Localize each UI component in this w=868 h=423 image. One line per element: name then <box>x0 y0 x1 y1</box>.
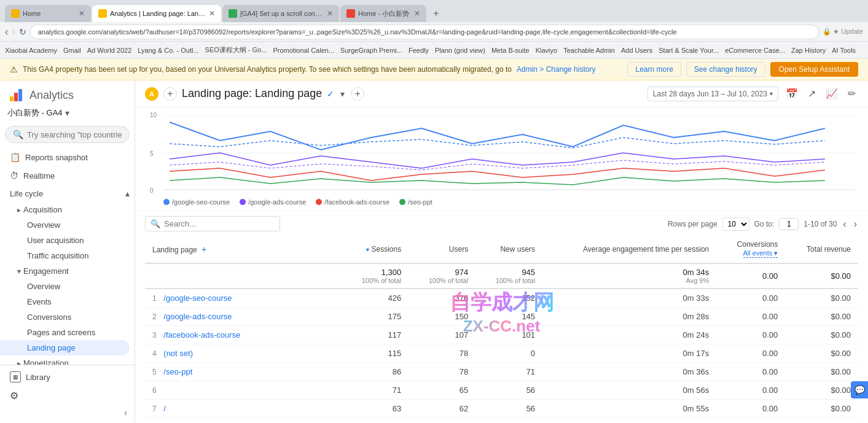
bookmark-seo[interactable]: SEO课程大纲 - Go... <box>205 45 267 55</box>
sidebar-item-user-acquisition[interactable]: User acquisition <box>0 233 135 248</box>
row-sessions: 48 <box>342 418 409 423</box>
col-conversions[interactable]: Conversions All events ▾ <box>716 235 785 263</box>
date-range-caret: ▾ <box>770 90 773 97</box>
page-link[interactable]: (not set) <box>163 349 193 358</box>
reports-snapshot-icon: 📋 <box>10 152 20 162</box>
bookmark-promo[interactable]: Promotional Calen... <box>273 47 334 54</box>
sidebar-item-realtime[interactable]: ⏱ Realtime <box>0 166 135 185</box>
bookmark-adworld[interactable]: Ad World 2022 <box>87 47 132 54</box>
tab-close-xiaobai[interactable]: ✕ <box>414 9 420 18</box>
col-users[interactable]: Users <box>409 235 475 263</box>
monetization-group-header[interactable]: ▸ Monetization <box>0 355 135 365</box>
acquisition-group-header[interactable]: ▸ Acquisition <box>0 202 135 217</box>
bookmark-lyang[interactable]: Lyang & Co. - Outl... <box>138 47 198 54</box>
calendar-button[interactable]: 📅 <box>783 85 800 102</box>
report-title: Landing page: Landing page <box>182 87 322 100</box>
tab-close[interactable]: ✕ <box>79 9 85 18</box>
sidebar-item-overview[interactable]: Overview <box>0 217 135 233</box>
refresh-button[interactable]: ↻ <box>19 27 26 37</box>
bookmark-addusers[interactable]: Add Users <box>621 47 652 54</box>
legend-label-gads: /google-ads-course <box>248 198 306 206</box>
new-tab-button[interactable]: + <box>428 5 445 22</box>
property-selector[interactable]: 小白新势 - GA4 ▾ <box>0 106 135 123</box>
legend-item-seo[interactable]: /google-seo-course <box>163 198 230 206</box>
tab-favicon <box>11 9 20 18</box>
next-page-button[interactable]: › <box>853 217 858 231</box>
table-search-input[interactable] <box>164 219 275 228</box>
nav-search[interactable]: 🔍 <box>5 126 130 143</box>
page-link[interactable]: /facebook-ads-course <box>163 330 240 340</box>
bookmark-surge[interactable]: SurgeGraph Premi... <box>340 47 402 54</box>
sidebar-item-landing-page[interactable]: Landing page <box>0 340 130 355</box>
bookmark-meta[interactable]: Meta B-suite <box>491 47 530 54</box>
sidebar-item-conversions[interactable]: Conversions <box>0 309 135 325</box>
page-link[interactable]: /seo-ppt <box>163 367 192 376</box>
col-new-users[interactable]: New users <box>475 235 542 263</box>
date-range-selector[interactable]: Last 28 days Jun 13 – Jul 10, 2023 ▾ <box>647 87 778 101</box>
col-avg-engagement[interactable]: Average engagement time per session <box>542 235 716 263</box>
compare-button[interactable]: 📈 <box>823 85 840 102</box>
bookmark-ai[interactable]: AI Tools <box>832 47 856 54</box>
tab-analytics[interactable]: Analytics | Landing page: Landi... ✕ <box>92 5 221 22</box>
bookmark-teachable[interactable]: Teachable Admin <box>563 47 615 54</box>
rows-per-page-select[interactable]: 10 25 50 <box>722 217 749 231</box>
bookmark-klaviyo[interactable]: Klaviyo <box>536 47 557 54</box>
legend-item-fb[interactable]: /facebook-ads-course <box>316 198 389 206</box>
pagination-text: 1-10 of 30 <box>803 220 837 228</box>
bookmark-zap[interactable]: Zap History <box>791 47 826 54</box>
add-col-button[interactable]: + <box>199 244 209 254</box>
right-sidebar-icon[interactable]: 💬 <box>851 381 868 398</box>
settings-item[interactable]: ⚙ <box>0 386 135 405</box>
open-setup-button[interactable]: Open Setup Assistant <box>770 62 858 77</box>
banner-link[interactable]: Admin > Change history <box>517 65 595 74</box>
forward-button[interactable]: › <box>12 26 15 37</box>
app-layout: Analytics 小白新势 - GA4 ▾ 🔍 📋 Reports snaps… <box>0 80 868 422</box>
bookmark-ecommerce[interactable]: eCommerce Case... <box>725 47 785 54</box>
learn-more-button[interactable]: Learn more <box>627 62 681 77</box>
lifecycle-group-header[interactable]: Life cycle ▴ <box>0 185 135 202</box>
col-sessions[interactable]: ▾ Sessions <box>342 235 409 263</box>
legend-item-gads[interactable]: /google-ads-course <box>240 198 306 206</box>
row-conversions: 0.00 <box>716 308 785 326</box>
sidebar-item-reports-snapshot[interactable]: 📋 Reports snapshot <box>0 148 135 166</box>
legend-item-ppt[interactable]: /seo-ppt <box>399 198 432 206</box>
realtime-label: Realtime <box>23 171 55 180</box>
search-input[interactable] <box>27 130 122 139</box>
sidebar-item-pages-screens[interactable]: Pages and screens <box>0 325 135 340</box>
tab-ga4[interactable]: [GA4] Set up a scroll convers... ✕ <box>222 5 339 22</box>
tab-close-analytics[interactable]: ✕ <box>209 9 215 18</box>
all-events-selector[interactable]: All events ▾ <box>743 249 778 258</box>
library-item[interactable]: ▦ Library <box>0 368 135 386</box>
sidebar-item-eng-overview[interactable]: Overview <box>0 279 135 294</box>
report-options-button[interactable]: ▾ <box>339 88 346 100</box>
prev-page-button[interactable]: ‹ <box>842 217 847 231</box>
row-users: 65 <box>409 381 475 400</box>
tab-home[interactable]: Home ✕ <box>5 5 91 22</box>
goto-input[interactable] <box>779 218 799 230</box>
back-button[interactable]: ‹ <box>5 26 8 37</box>
tab-xiaobai[interactable]: Home - 小白新势 ✕ <box>340 5 426 22</box>
bookmark-plann[interactable]: Plann (grid view) <box>435 47 485 54</box>
table-search-box[interactable]: 🔍 <box>145 216 280 231</box>
add-to-report-button[interactable]: + <box>351 87 364 101</box>
bookmark-xiaobai[interactable]: Xiaobai Academy <box>5 47 57 54</box>
bookmark-start-scale[interactable]: Start & Scale Your... <box>659 47 719 54</box>
sidebar-item-traffic-acquisition[interactable]: Traffic acquisition <box>0 248 135 263</box>
bookmark-gmail[interactable]: Gmail <box>63 47 81 54</box>
engagement-group-header[interactable]: ▾ Engagement <box>0 263 135 279</box>
tab-close-ga4[interactable]: ✕ <box>327 9 333 18</box>
share-button[interactable]: ↗ <box>805 85 818 102</box>
row-page: 1 /google-seo-course <box>145 289 342 308</box>
sidebar-item-events[interactable]: Events <box>0 294 135 309</box>
col-landing-page[interactable]: Landing page + <box>145 235 342 263</box>
bookmark-feedly[interactable]: Feedly <box>409 47 429 54</box>
page-link[interactable]: /google-ads-course <box>163 312 232 321</box>
edit-button[interactable]: ✏ <box>845 85 858 102</box>
address-bar[interactable]: analytics.google.com/analytics/web/?auth… <box>30 25 819 39</box>
see-change-button[interactable]: See change history <box>686 62 765 77</box>
add-comparison-button[interactable]: + <box>163 87 177 101</box>
col-revenue[interactable]: Total revenue <box>785 235 858 263</box>
collapse-button[interactable]: ‹ <box>0 405 135 420</box>
page-link[interactable]: / <box>163 404 166 413</box>
page-link[interactable]: /google-seo-course <box>163 293 232 303</box>
